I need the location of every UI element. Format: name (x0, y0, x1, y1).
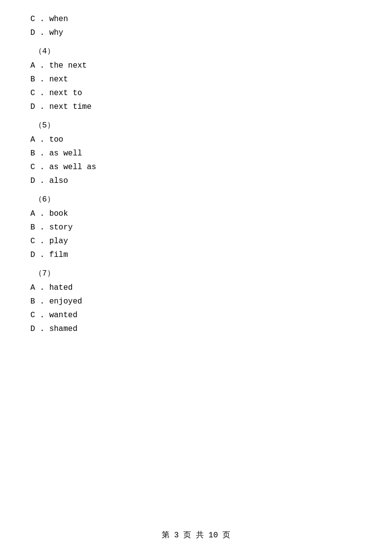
option-6c-text: C . play (30, 237, 68, 246)
option-6c: C . play (30, 237, 362, 246)
question-number-7: （7） (30, 268, 362, 278)
option-4a: A . the next (30, 61, 362, 70)
question-number-6: （6） (30, 194, 362, 204)
option-d-why: D . why (30, 28, 362, 37)
question-number-6-text: （6） (34, 195, 55, 204)
question-number-4: （4） (30, 46, 362, 56)
option-7a: A . hated (30, 283, 362, 292)
option-5c-text: C . as well as (30, 163, 96, 172)
page-content: C . when D . why （4） A . the next B . ne… (0, 0, 392, 368)
option-6a: A . book (30, 209, 362, 218)
option-6b-text: B . story (30, 223, 73, 232)
page-footer-text: 第 3 页 共 10 页 (162, 531, 231, 540)
option-c-when: C . when (30, 15, 362, 24)
option-4d: D . next time (30, 102, 362, 111)
option-7b: B . enjoyed (30, 297, 362, 306)
page-footer: 第 3 页 共 10 页 (0, 530, 392, 540)
option-6b: B . story (30, 223, 362, 232)
option-7c: C . wanted (30, 311, 362, 320)
option-5b-text: B . as well (30, 149, 82, 158)
question-number-5-text: （5） (34, 121, 55, 130)
option-5a-text: A . too (30, 135, 63, 144)
option-5a: A . too (30, 135, 362, 144)
option-7c-text: C . wanted (30, 311, 77, 320)
question-number-5: （5） (30, 120, 362, 130)
option-5d-text: D . also (30, 177, 68, 185)
option-4d-text: D . next time (30, 102, 92, 111)
option-4c-text: C . next to (30, 89, 82, 98)
option-6a-text: A . book (30, 209, 68, 218)
question-number-4-text: （4） (34, 47, 55, 56)
question-number-7-text: （7） (34, 269, 55, 278)
option-5c: C . as well as (30, 163, 362, 172)
option-4a-text: A . the next (30, 61, 87, 70)
option-4c: C . next to (30, 89, 362, 98)
option-7d-text: D . shamed (30, 325, 77, 333)
option-5d: D . also (30, 177, 362, 185)
option-7d: D . shamed (30, 325, 362, 333)
option-d-why-text: D . why (30, 28, 63, 37)
option-6d: D . film (30, 251, 362, 259)
option-6d-text: D . film (30, 251, 68, 259)
option-7b-text: B . enjoyed (30, 297, 82, 306)
option-4b: B . next (30, 75, 362, 84)
option-c-when-text: C . when (30, 15, 68, 24)
option-5b: B . as well (30, 149, 362, 158)
option-4b-text: B . next (30, 75, 68, 84)
option-7a-text: A . hated (30, 283, 73, 292)
